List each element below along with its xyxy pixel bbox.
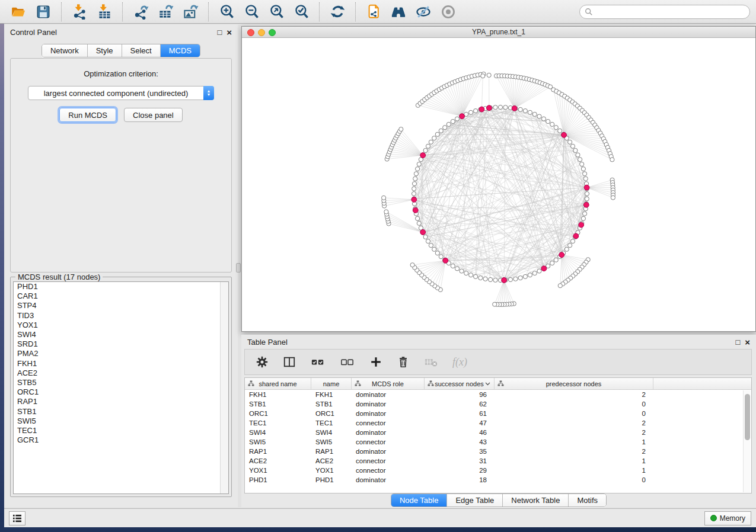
node-table[interactable]: shared namenameMCDS rolesuccessor nodesp… — [244, 377, 752, 493]
gear-icon[interactable] — [256, 355, 269, 368]
desktop: Control Panel □ × NetworkStyleSelectMCDS… — [0, 0, 756, 532]
mcds-node-item[interactable]: STB1 — [14, 407, 228, 416]
cell-predecessor-nodes: 1 — [495, 437, 653, 447]
mcds-node-item[interactable]: FKH1 — [14, 359, 228, 368]
cell-name: TEC1 — [311, 418, 352, 428]
export-table-button[interactable] — [157, 3, 174, 21]
zoom-selected-button[interactable] — [292, 3, 310, 21]
table-row[interactable]: TEC1TEC1connector472 — [245, 418, 751, 428]
mcds-node-item[interactable]: PMA2 — [14, 349, 228, 358]
cell-predecessor-nodes: 2 — [495, 428, 653, 437]
tab-style[interactable]: Style — [88, 44, 122, 57]
table-tab-edge-table[interactable]: Edge Table — [447, 494, 503, 507]
hide-details-button[interactable] — [414, 3, 432, 21]
tab-network[interactable]: Network — [42, 44, 88, 57]
mcds-list-scrollbar[interactable] — [220, 282, 228, 493]
mcds-result-list[interactable]: PHD1CAR1STP4TID3YOX1SWI4SRD1PMA2FKH1ACE2… — [13, 281, 229, 494]
export-image-button[interactable] — [181, 3, 199, 21]
mcds-node-item[interactable]: ACE2 — [14, 368, 228, 378]
import-table-button[interactable] — [95, 3, 113, 21]
add-column-icon[interactable] — [369, 355, 382, 368]
table-row[interactable]: ACE2ACE2connector311 — [245, 456, 751, 466]
column-header-MCDS-role[interactable]: MCDS role — [352, 378, 425, 389]
table-tab-node-table[interactable]: Node Table — [391, 494, 448, 507]
mcds-node-item[interactable]: CAR1 — [14, 291, 228, 301]
table-row[interactable]: RAP1RAP1dominator352 — [245, 447, 751, 456]
mcds-node-item[interactable]: STP4 — [14, 301, 228, 310]
memory-button[interactable]: Memory — [704, 511, 751, 525]
first-neighbors-button[interactable] — [390, 3, 407, 21]
table-row[interactable]: SWI4SWI4dominator462 — [245, 428, 751, 437]
mcds-node-item[interactable]: STB5 — [14, 378, 228, 387]
table-row[interactable]: STB1STB1dominator620 — [245, 399, 751, 409]
delete-column-icon[interactable] — [397, 355, 410, 368]
table-row[interactable]: FKH1FKH1dominator962 — [245, 390, 751, 399]
column-header-name[interactable]: name — [311, 378, 352, 389]
table-row[interactable]: YOX1YOX1connector291 — [245, 466, 751, 475]
close-window-icon[interactable] — [247, 29, 254, 36]
zoom-in-button[interactable] — [218, 3, 235, 21]
mcds-node-item[interactable]: TEC1 — [14, 426, 228, 435]
table-row[interactable]: ORC1ORC1dominator610 — [245, 409, 751, 418]
table-tab-network-table[interactable]: Network Table — [503, 494, 569, 507]
column-header-predecessor-nodes[interactable]: predecessor nodes — [495, 378, 653, 389]
float-table-panel-button[interactable]: □ — [735, 338, 740, 346]
table-scrollbar[interactable] — [743, 390, 751, 492]
open-file-button[interactable] — [9, 3, 27, 21]
zoom-selected-icon — [294, 4, 310, 20]
float-panel-button[interactable]: □ — [217, 28, 222, 36]
column-header-shared-name[interactable]: shared name — [245, 378, 311, 389]
zoom-window-icon[interactable] — [269, 29, 276, 36]
cell-predecessor-nodes: 2 — [495, 447, 653, 456]
minimize-window-icon[interactable] — [258, 29, 265, 36]
mcds-node-item[interactable]: ORC1 — [14, 387, 228, 397]
cell-shared-name: RAP1 — [245, 447, 311, 456]
zoom-out-icon — [244, 4, 260, 20]
close-table-panel-button[interactable]: × — [745, 338, 750, 347]
optimization-criterion-label: Optimization criterion: — [11, 69, 231, 78]
binoculars-icon — [390, 4, 407, 20]
close-panel-button[interactable]: × — [227, 28, 232, 37]
table-row[interactable]: SWI5SWI5connector431 — [245, 437, 751, 447]
mcds-node-item[interactable]: PHD1 — [14, 282, 228, 291]
table-row[interactable]: PHD1PHD1dominator180 — [245, 475, 751, 485]
optimization-criterion-select[interactable]: largest connected component (undirected)… — [28, 86, 214, 100]
cell-name: YOX1 — [311, 466, 352, 475]
mcds-node-item[interactable]: SWI4 — [14, 330, 228, 339]
export-network-button[interactable] — [132, 3, 149, 21]
deselect-all-icon[interactable] — [340, 355, 355, 368]
show-details-button[interactable] — [439, 3, 457, 21]
cell-shared-name: ORC1 — [245, 409, 311, 418]
import-network-button[interactable] — [71, 3, 88, 21]
mcds-node-item[interactable]: RAP1 — [14, 397, 228, 406]
run-mcds-button[interactable]: Run MCDS — [59, 108, 116, 122]
column-chooser-icon[interactable] — [283, 355, 296, 368]
apply-layout-button[interactable] — [328, 3, 346, 21]
network-window-titlebar[interactable]: YPA_prune.txt_1 — [242, 27, 755, 38]
mcds-node-item[interactable]: YOX1 — [14, 321, 228, 330]
table-scrollbar-thumb[interactable] — [745, 394, 750, 440]
import-table-icon — [97, 4, 113, 20]
task-history-button[interactable] — [9, 511, 25, 525]
control-panel-title: Control Panel — [10, 28, 57, 37]
network-graph[interactable] — [242, 38, 755, 331]
splitter-handle[interactable] — [236, 263, 241, 273]
close-panel-button-mcds[interactable]: Close panel — [124, 108, 183, 122]
column-header-successor-nodes[interactable]: successor nodes — [425, 378, 495, 389]
mcds-node-item[interactable]: SWI5 — [14, 416, 228, 426]
network-canvas[interactable] — [242, 38, 755, 331]
table-tab-motifs[interactable]: Motifs — [569, 494, 606, 507]
mcds-node-item[interactable]: SRD1 — [14, 339, 228, 349]
search-input[interactable] — [593, 8, 745, 16]
network-from-selection-button[interactable] — [365, 3, 382, 21]
mcds-node-item[interactable]: GCR1 — [14, 435, 228, 445]
search-field[interactable] — [579, 5, 750, 19]
zoom-fit-button[interactable] — [267, 3, 285, 21]
mcds-node-item[interactable]: TID3 — [14, 311, 228, 321]
select-all-icon[interactable] — [310, 355, 326, 368]
toolbar-separator — [208, 2, 209, 21]
tab-mcds[interactable]: MCDS — [161, 44, 200, 57]
save-session-button[interactable] — [34, 3, 52, 21]
zoom-out-button[interactable] — [243, 3, 260, 21]
tab-select[interactable]: Select — [122, 44, 161, 57]
